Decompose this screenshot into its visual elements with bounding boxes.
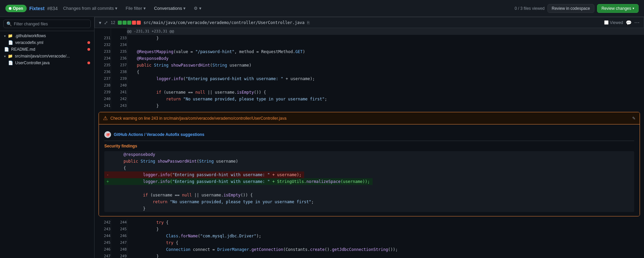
line-num-new-248: 248: [111, 246, 127, 253]
chevron-down-icon-4: ▾: [199, 6, 202, 11]
line-code-247: try {: [127, 239, 644, 246]
diff-sq-green-1: [118, 21, 122, 25]
table-row: 233 235 @RequestMapping(value = "/passwo…: [95, 48, 644, 55]
line-num-old-247: 247: [95, 253, 111, 258]
table-row: 244 246 Class.forName("com.mysql.jdbc.Dr…: [95, 233, 644, 239]
line-num-old-240: 240: [95, 96, 111, 102]
review-in-codespace-button[interactable]: Review in codespace: [547, 4, 594, 13]
suggestion-text-5: return "No username provided, please typ…: [111, 198, 316, 205]
line-code-242: return "No username provided, please typ…: [127, 96, 644, 102]
viewed-label: Viewed: [610, 20, 623, 25]
sidebar-item-src-folder[interactable]: ▾ 📁 src/main/java/com/veracode/...: [0, 53, 94, 60]
nav-settings[interactable]: ⚙ ▾: [191, 4, 204, 12]
octocat-icon: 🐙: [104, 131, 111, 138]
code-suggestion: @responsebody public String showPassword…: [104, 151, 634, 212]
suggestion-line-3: {: [104, 165, 634, 171]
suggestion-text-empty: [111, 185, 119, 192]
suggestion-text-6: }: [111, 205, 148, 212]
line-num-new-243: 243: [111, 102, 127, 109]
warning-title: Check warning on line 243 in src/main/ja…: [110, 116, 287, 121]
line-code-235: @RequestMapping(value = "/password-hint"…: [127, 48, 644, 55]
sidebar-item-usercontroller[interactable]: 📄 UserController.java: [0, 60, 94, 66]
file-icon-3: 📄: [8, 61, 13, 65]
suggestion-prefix-plus: +: [104, 178, 111, 185]
folder-label-2: src/main/java/com/veracode/...: [15, 54, 70, 58]
chevron-down-icon-folder2: ▾: [4, 54, 6, 58]
file-header-left: ▾ ⤢ 12 src/main/java/com/veracode/verade…: [99, 20, 601, 25]
suggestion-prefix-4: [104, 192, 111, 198]
suggestion-prefix-1: [104, 151, 111, 158]
search-input-wrapper[interactable]: 🔍: [3, 20, 91, 28]
viewed-checkbox-label[interactable]: Viewed: [604, 20, 623, 25]
hunk-line-num-1: [95, 28, 111, 35]
suggestion-text-3: {: [111, 165, 129, 171]
github-actions-header: 🐙 GitHub Actions / Veracode Autofix sugg…: [104, 128, 634, 141]
line-code-249: }: [127, 253, 644, 258]
table-row: 243 245 }: [95, 226, 644, 233]
search-input[interactable]: [14, 22, 88, 26]
line-num-new-241: 241: [111, 89, 127, 96]
content: ▾ ⤢ 12 src/main/java/com/veracode/verade…: [95, 17, 644, 258]
more-options-button[interactable]: ⋯: [634, 19, 640, 26]
table-row: 236 238 {: [95, 69, 644, 75]
chevron-down-icon-2: ▾: [143, 6, 146, 11]
repo-title: Fixtest: [29, 6, 45, 11]
line-num-new-246: 246: [111, 233, 127, 239]
folder-icon-1: 📁: [8, 33, 13, 38]
sidebar-item-readme[interactable]: 📄 README.md: [0, 46, 94, 53]
table-row: 231 233 }: [95, 35, 644, 42]
line-num-new-247: 247: [111, 239, 127, 246]
nav-conversations-label: Conversations: [154, 6, 182, 11]
line-num-old-237: 237: [95, 75, 111, 82]
copy-path-button[interactable]: ⎘: [307, 20, 310, 25]
nav-changes-label: Changes from all commits: [63, 6, 114, 11]
line-num-new-238: 238: [111, 69, 127, 75]
file-path: src/main/java/com/veracode/verademo/cont…: [143, 20, 304, 25]
table-row: 238 240: [95, 82, 644, 89]
diff-sq-red-2: [137, 21, 141, 25]
comment-button[interactable]: 💬: [626, 20, 632, 25]
line-code-233: }: [127, 35, 644, 42]
gear-icon: ⚙: [194, 6, 198, 11]
nav-conversations[interactable]: Conversations ▾: [151, 4, 188, 12]
lines-changed-count: 12: [111, 20, 115, 25]
file-header-right: Viewed 💬 ⋯: [604, 19, 640, 26]
review-changes-button[interactable]: Review changes ▾: [597, 4, 639, 13]
sidebar-item-veracodefix[interactable]: 📄 veracodefix.yml: [0, 39, 94, 46]
table-row: 235 237 public String showPasswordHint(S…: [95, 62, 644, 69]
suggestion-text-plus: logger.info("Entering password-hint with…: [111, 178, 373, 185]
chevron-down-icon-5: ▾: [633, 6, 634, 10]
diff-sq-green-3: [127, 21, 131, 25]
line-code-243: }: [127, 102, 644, 109]
line-num-new-239: 239: [111, 75, 127, 82]
table-row: 246 248 Connection connect = DriverManag…: [95, 246, 644, 253]
suggestion-line-5: return "No username provided, please typ…: [104, 198, 634, 205]
line-num-new-242: 242: [111, 96, 127, 102]
nav-changes-commits[interactable]: Changes from all commits ▾: [60, 4, 120, 12]
line-num-old-233: 233: [95, 48, 111, 55]
security-findings-label: Security findings: [104, 144, 634, 148]
open-label: Open: [13, 6, 23, 11]
sidebar-item-github-workflows[interactable]: ▾ 📁 .github/workflows: [0, 32, 94, 39]
warning-header: ⚠ Check warning on line 243 in src/main/…: [99, 112, 640, 124]
expand-lines-button[interactable]: ⤢: [104, 20, 108, 25]
line-code-240: [127, 82, 644, 89]
table-row: 241 243 }: [95, 102, 644, 109]
line-num-old-242: 242: [95, 219, 111, 226]
warning-copy-button[interactable]: ✎: [632, 116, 636, 121]
line-code-237: public String showPasswordHint(String us…: [127, 62, 644, 69]
diff-color-blocks: [118, 21, 141, 25]
line-code-245: }: [127, 226, 644, 233]
files-viewed-count: 0 / 3 files viewed: [515, 6, 545, 11]
suggestion-line-empty: [104, 185, 634, 192]
line-code-248: Connection connect = DriverManager.getCo…: [127, 246, 644, 253]
line-num-new-236: 236: [111, 55, 127, 62]
diff-sq-red-1: [132, 21, 136, 25]
collapse-button[interactable]: ▾: [99, 20, 101, 25]
suggestion-text-2: public String showPasswordHint(String us…: [111, 158, 241, 165]
line-num-old-235: 235: [95, 62, 111, 69]
nav-file-filter[interactable]: File filter ▾: [123, 4, 149, 12]
viewed-checkbox[interactable]: [604, 20, 609, 25]
table-row: 240 242 return "No username provided, pl…: [95, 96, 644, 102]
diff-table-after: 242 244 try { 243 245 } 244 246 Class.fo…: [95, 219, 644, 258]
